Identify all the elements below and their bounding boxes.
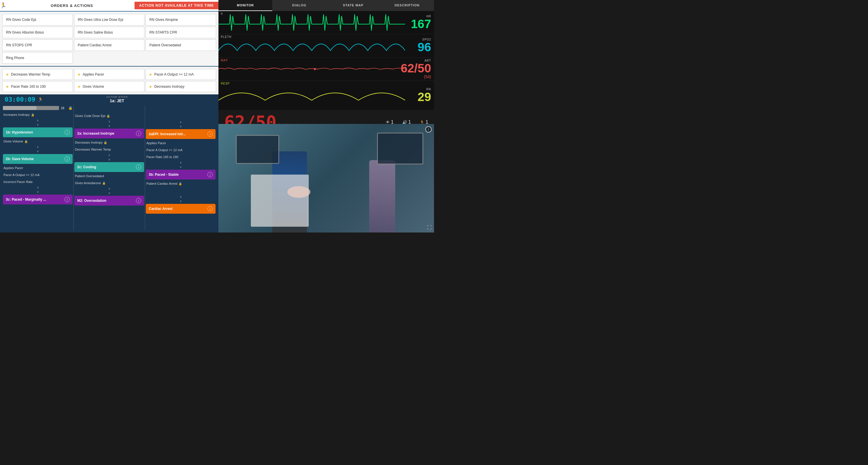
info-circle-2aEPI[interactable]: i bbox=[208, 132, 213, 137]
runner-icon-state: 🏃 bbox=[38, 97, 43, 102]
lock-icon-small-5: 🔒 bbox=[102, 181, 105, 185]
chevron-3: ∨ bbox=[3, 145, 73, 148]
decreases-warmer-temp-item2: Decreases Warmer Temp bbox=[74, 146, 144, 152]
ring-phone-button[interactable]: Ring Phone bbox=[2, 52, 73, 64]
hr-value: 167 bbox=[411, 18, 431, 30]
star-icon-2: ★ bbox=[77, 72, 81, 77]
lock-icon-small-3: 🔒 bbox=[106, 114, 110, 118]
active-state-label: ACTIVE STATE bbox=[106, 95, 128, 98]
scene-info-button[interactable]: i bbox=[425, 126, 432, 133]
state-2a[interactable]: 2a: Increased Inotrope i bbox=[74, 128, 144, 138]
timer-display: 03:00:09 bbox=[5, 96, 35, 103]
pacer-output-item2: Pacer A Output >= 12 mA bbox=[146, 147, 216, 153]
star-icon-4: ★ bbox=[5, 84, 9, 89]
state-3c[interactable]: 3c: Paced - Marginally ... i bbox=[3, 195, 73, 204]
pacer-output-item: Pacer A Output >= 12 mA bbox=[3, 172, 73, 178]
gives-amiodarone-item: Gives Amiodarone 🔒 bbox=[74, 180, 144, 186]
info-circle-1b[interactable]: i bbox=[64, 130, 70, 135]
state-2aEPI[interactable]: 2aEPI: Increased Iotr... i bbox=[146, 129, 216, 139]
state-CA[interactable]: Cardiac Arrest i bbox=[146, 204, 216, 214]
pacer-rate-item: Pacer Rate 165 to 190 bbox=[146, 154, 216, 160]
svg-point-0 bbox=[314, 68, 316, 70]
scene-area: i ⛶ bbox=[218, 124, 434, 233]
orders-title: ORDERS & ACTIONS bbox=[9, 3, 134, 8]
info-circle-CA[interactable]: i bbox=[208, 206, 213, 211]
pacer-rate-button[interactable]: ★ Pacer Rate 165 to 190 bbox=[2, 81, 73, 92]
rn-gives-atropine-button[interactable]: RN Gives Atropine bbox=[146, 14, 216, 26]
tab-description[interactable]: DESCRIPTION bbox=[380, 0, 434, 11]
vital-value-area-spo2: SPO2 96 bbox=[405, 34, 434, 57]
lock-icon-small-1: 🔒 bbox=[31, 113, 34, 116]
info-circle-2a[interactable]: i bbox=[136, 131, 141, 136]
star-icon-5: ★ bbox=[77, 84, 81, 89]
vital-chart-resp bbox=[218, 81, 405, 110]
gives-volume-button[interactable]: ★ Gives Volume bbox=[74, 81, 145, 92]
art-sub: (54) bbox=[424, 75, 431, 79]
decreases-warmer-temp-button[interactable]: ★ Decreases Warmer Temp bbox=[2, 69, 73, 80]
monitor-display: II HR 167 PLETH bbox=[218, 11, 434, 124]
patient-cardiac-arrest-button[interactable]: Patient Cardiac Arrest bbox=[74, 39, 145, 51]
vital-chart-spo2 bbox=[218, 34, 405, 57]
vital-chart-map bbox=[218, 58, 405, 81]
tab-state-map[interactable]: STATE MAP bbox=[327, 0, 380, 11]
pacer-a-output-button[interactable]: ★ Pacer A Output >= 12 mA bbox=[146, 69, 216, 80]
tab-monitor[interactable]: MONITOR bbox=[218, 0, 272, 11]
applies-pacer-item2: Applies Pacer bbox=[146, 140, 216, 146]
star-icon-1: ★ bbox=[5, 72, 9, 77]
chevron-9: ∨ bbox=[74, 153, 144, 157]
lock-icon-small-2: 🔒 bbox=[24, 140, 28, 143]
vital-row-spo2: PLETH SPO2 96 bbox=[218, 34, 434, 57]
vital-row-hr: II HR 167 bbox=[218, 11, 434, 34]
vital-row-map: MAP ART 62/50 (54) bbox=[218, 58, 434, 81]
vital-value-area-rr: RR 29 bbox=[405, 81, 434, 110]
vital-chart-hr bbox=[218, 11, 405, 34]
active-state-header: 03:00:09 🏃 ACTIVE STATE 1a: JET bbox=[0, 94, 218, 104]
increases-inotropy-item: Increases Inotropy 🔒 bbox=[3, 112, 73, 118]
action-unavailable-badge: ACTION NOT AVAILABLE AT THIS TIME bbox=[134, 2, 218, 9]
rn-gives-saline-bolus-button[interactable]: RN Gives Saline Bolus bbox=[74, 27, 145, 38]
rn-gives-albumin-bolus-button[interactable]: RN Gives Albumin Bolus bbox=[2, 27, 73, 38]
state-2c[interactable]: 2c: Cooling i bbox=[74, 162, 144, 172]
expand-button[interactable]: ⛶ bbox=[427, 225, 432, 230]
tab-dialog[interactable]: DIALOG bbox=[272, 0, 326, 11]
rn-stops-cpr-button[interactable]: RN STOPS CPR bbox=[2, 39, 73, 51]
state-col-3: ∨ ∨ 2aEPI: Increased Iotr... i Applies P… bbox=[146, 106, 216, 230]
chevron-15: ∨ bbox=[146, 161, 216, 164]
info-circle-2b[interactable]: i bbox=[64, 156, 70, 162]
state-2b[interactable]: 2b: Gave Volume i bbox=[3, 154, 73, 164]
scene-placeholder: i ⛶ bbox=[218, 124, 434, 233]
state-col-2: Gives Code Dose Epi 🔒 ∨ ∨ 2a: Increased … bbox=[74, 106, 144, 230]
lock-icon-small-6: 🔒 bbox=[179, 182, 182, 185]
vital-row-resp: RESP RR 29 bbox=[218, 81, 434, 110]
active-state-name: 1a: JET bbox=[106, 98, 128, 103]
chevron-16: ∨ bbox=[146, 165, 216, 169]
lock-icon-1: 🔒 bbox=[68, 106, 73, 110]
progress-row: 18 🔒 bbox=[3, 106, 73, 111]
rn-gives-code-epi-button[interactable]: RN Gives Code Epi bbox=[2, 14, 73, 26]
info-circle-3c[interactable]: i bbox=[64, 197, 70, 202]
state-3b[interactable]: 3b: Paced - Stable i bbox=[146, 170, 216, 179]
decreases-inotropy-button[interactable]: ★ Decreases Inotropy bbox=[146, 81, 216, 92]
chevron-7: ∨ bbox=[74, 120, 144, 123]
rn-starts-cpr-button[interactable]: RN STARTS CPR bbox=[146, 27, 216, 38]
info-circle-M2[interactable]: i bbox=[136, 198, 141, 203]
patient-oversedated-button[interactable]: Patient Oversedated bbox=[146, 39, 216, 51]
applies-pacer-button[interactable]: ★ Applies Pacer bbox=[74, 69, 145, 80]
right-panel: MONITOR DIALOG STATE MAP DESCRIPTION II … bbox=[218, 0, 434, 233]
lock-icon-small-4: 🔒 bbox=[103, 141, 107, 144]
info-circle-2c[interactable]: i bbox=[136, 165, 141, 170]
state-M2[interactable]: M2: Oversedation i bbox=[74, 196, 144, 206]
orders-header: 🏃 ORDERS & ACTIONS ACTION NOT AVAILABLE … bbox=[0, 0, 218, 11]
star-icon-3: ★ bbox=[149, 72, 153, 77]
chevron-12: ∨ bbox=[74, 192, 144, 195]
actions-grid: RN Gives Code Epi RN Gives Ultra Low Dos… bbox=[0, 11, 218, 66]
spo2-value: 96 bbox=[417, 41, 431, 53]
vital-value-area-art: ART 62/50 (54) bbox=[405, 58, 434, 81]
gives-code-dose-epi-item: Gives Code Dose Epi 🔒 bbox=[74, 113, 144, 119]
chevron-14: ∨ bbox=[146, 125, 216, 128]
chevron-5: ∨ bbox=[3, 186, 73, 189]
state-area: 03:00:09 🏃 ACTIVE STATE 1a: JET bbox=[0, 94, 218, 233]
state-1b[interactable]: 1b: Hypotension i bbox=[3, 127, 73, 137]
info-circle-3b[interactable]: i bbox=[208, 172, 213, 177]
rn-gives-ultra-low-dose-epi-button[interactable]: RN Gives Ultra Low Dose Epi bbox=[74, 14, 145, 26]
